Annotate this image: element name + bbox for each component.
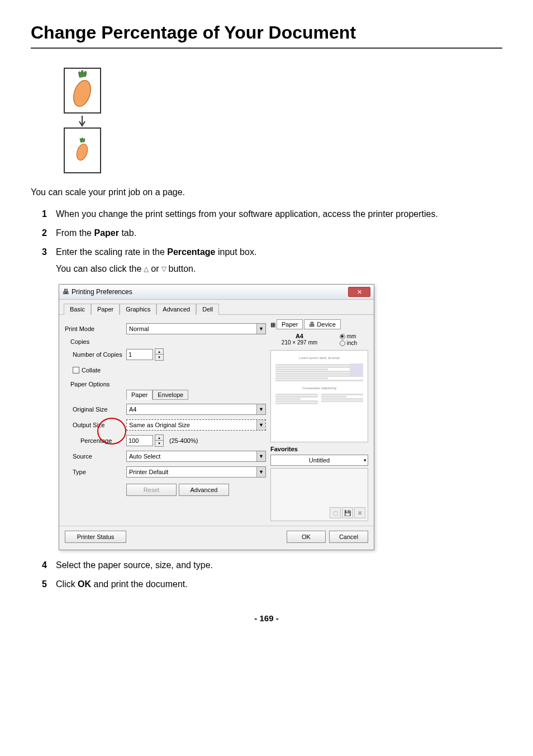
step-1-text: When you change the print settings from …: [56, 207, 502, 221]
intro-text: You can scale your print job on a page.: [31, 186, 502, 199]
percentage-input[interactable]: 100: [126, 435, 153, 446]
output-size-label: Output Size: [65, 422, 126, 428]
close-button[interactable]: ✕: [348, 287, 370, 297]
scaling-illustration: [59, 65, 502, 174]
favorites-box: ▢ 💾 ✖: [270, 468, 368, 521]
tab-graphics[interactable]: Graphics: [120, 304, 156, 315]
chevron-down-icon: ▼: [256, 451, 265, 461]
tab-dell[interactable]: Dell: [196, 304, 219, 315]
step-number: 1: [42, 207, 56, 221]
unit-inch-radio[interactable]: inch: [340, 340, 357, 346]
unit-mm-radio[interactable]: mm: [340, 333, 357, 339]
down-caret-icon: ▽: [161, 264, 166, 274]
chevron-down-icon: ▾: [364, 457, 367, 463]
subtab-envelope[interactable]: Envelope: [153, 390, 188, 400]
output-size-combo[interactable]: Same as Original Size ▼: [126, 419, 266, 431]
checkbox-icon: [73, 367, 79, 374]
collate-checkbox[interactable]: Collate: [65, 367, 126, 374]
cancel-button[interactable]: Cancel: [329, 531, 368, 543]
percentage-label: Percentage: [65, 437, 126, 444]
step-number: 2: [42, 226, 56, 240]
page-title: Change Percentage of Your Document: [31, 22, 502, 49]
step-number: 4: [42, 559, 56, 572]
step-2-text: From the Paper tab.: [56, 226, 502, 240]
preview-tab-device[interactable]: 🖶 Device: [304, 319, 341, 329]
step-number: 3: [42, 245, 56, 259]
reset-button[interactable]: Reset: [126, 484, 177, 496]
tab-paper[interactable]: Paper: [91, 304, 120, 315]
tab-advanced[interactable]: Advanced: [156, 304, 196, 315]
percentage-range: (25-400%): [169, 437, 198, 444]
page-preview: Lorem ipsum dolor sit amet Consectetur a…: [270, 350, 368, 442]
spinner-up-button[interactable]: ▲: [155, 435, 163, 441]
spinner-down-button[interactable]: ▼: [155, 441, 163, 446]
up-caret-icon: △: [144, 264, 149, 274]
paper-info: A4 210 × 297 mm mm inch: [270, 332, 368, 348]
copies-group-label: Copies: [65, 338, 266, 345]
step-4-text: Select the paper source, size, and type.: [56, 559, 502, 572]
dialog-tabs: Basic Paper Graphics Advanced Dell: [59, 300, 374, 315]
spinner-up-button[interactable]: ▲: [155, 349, 163, 355]
subtab-paper[interactable]: Paper: [126, 390, 153, 400]
dialog-title: 🖶 Printing Preferences: [63, 288, 132, 296]
source-combo[interactable]: Auto Select ▼: [126, 451, 266, 462]
chevron-down-icon: ▼: [256, 467, 265, 477]
step-5-text: Click OK and print the document.: [56, 578, 502, 591]
num-copies-input[interactable]: 1: [126, 349, 153, 360]
favorites-delete-icon[interactable]: ✖: [354, 507, 365, 518]
printing-preferences-dialog: 🖶 Printing Preferences ✕ Basic Paper Gra…: [59, 284, 374, 550]
paper-options-label: Paper Options: [65, 381, 266, 388]
original-size-label: Original Size: [65, 406, 126, 413]
favorites-combo[interactable]: Untitled ▾: [270, 455, 368, 466]
num-copies-label: Number of Copies: [65, 351, 126, 358]
step-3-text: Enter the scaling rate in the Percentage…: [56, 245, 502, 276]
print-mode-combo[interactable]: Normal ▼: [126, 323, 266, 334]
page-preview-icon: ▦: [270, 322, 275, 328]
favorites-label: Favorites: [270, 446, 368, 452]
ok-button[interactable]: OK: [287, 531, 326, 543]
chevron-down-icon: ▼: [256, 404, 265, 414]
steps-list: 1 When you change the print settings fro…: [42, 207, 502, 276]
type-combo[interactable]: Printer Default ▼: [126, 466, 266, 478]
original-size-combo[interactable]: A4 ▼: [126, 404, 266, 415]
favorites-icon-1[interactable]: ▢: [330, 507, 341, 518]
favorites-save-icon[interactable]: 💾: [342, 507, 353, 518]
printer-icon: 🖶: [63, 288, 69, 296]
chevron-down-icon: ▼: [256, 324, 265, 334]
print-mode-label: Print Mode: [65, 325, 126, 332]
spinner-down-button[interactable]: ▼: [155, 355, 163, 360]
preview-tab-paper[interactable]: Paper: [277, 319, 303, 329]
tab-basic[interactable]: Basic: [64, 304, 91, 315]
chevron-down-icon: ▼: [256, 420, 265, 430]
type-label: Type: [65, 469, 126, 475]
step-number: 5: [42, 578, 56, 591]
steps-list-continued: 4 Select the paper source, size, and typ…: [42, 559, 502, 591]
page-number: - 169 -: [31, 613, 502, 623]
advanced-button[interactable]: Advanced: [179, 484, 229, 496]
printer-icon: 🖶: [309, 321, 315, 328]
source-label: Source: [65, 453, 126, 460]
printer-status-button[interactable]: Printer Status: [65, 531, 126, 543]
